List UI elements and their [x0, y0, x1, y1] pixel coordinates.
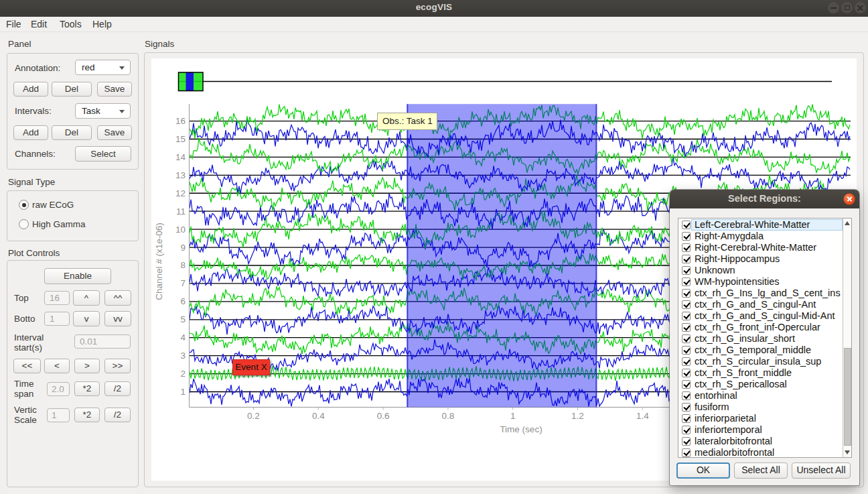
svg-text:4: 4: [180, 332, 186, 343]
svg-text:7: 7: [180, 278, 186, 288]
svg-text:14: 14: [175, 152, 186, 162]
svg-text:1.2: 1.2: [571, 411, 584, 421]
svg-text:1: 1: [510, 411, 516, 421]
svg-text:12: 12: [175, 188, 186, 198]
svg-text:15: 15: [175, 134, 186, 144]
svg-text:0.8: 0.8: [442, 411, 455, 421]
svg-text:3: 3: [180, 351, 186, 361]
svg-text:1: 1: [180, 387, 186, 397]
svg-text:5: 5: [180, 314, 186, 324]
svg-text:Time (sec): Time (sec): [500, 424, 542, 434]
svg-text:13: 13: [175, 170, 186, 180]
svg-text:Channel # (x1e-06): Channel # (x1e-06): [154, 223, 164, 300]
svg-text:1.4: 1.4: [636, 411, 649, 421]
svg-text:0.2: 0.2: [247, 411, 260, 421]
svg-text:6: 6: [180, 296, 186, 306]
svg-text:0.6: 0.6: [377, 411, 390, 421]
svg-text:0.4: 0.4: [312, 411, 325, 421]
svg-text:16: 16: [175, 116, 186, 126]
svg-text:10: 10: [175, 225, 186, 235]
svg-text:8: 8: [180, 260, 186, 270]
svg-text:11: 11: [176, 206, 186, 217]
svg-text:2: 2: [180, 369, 186, 379]
svg-text:9: 9: [180, 243, 186, 253]
